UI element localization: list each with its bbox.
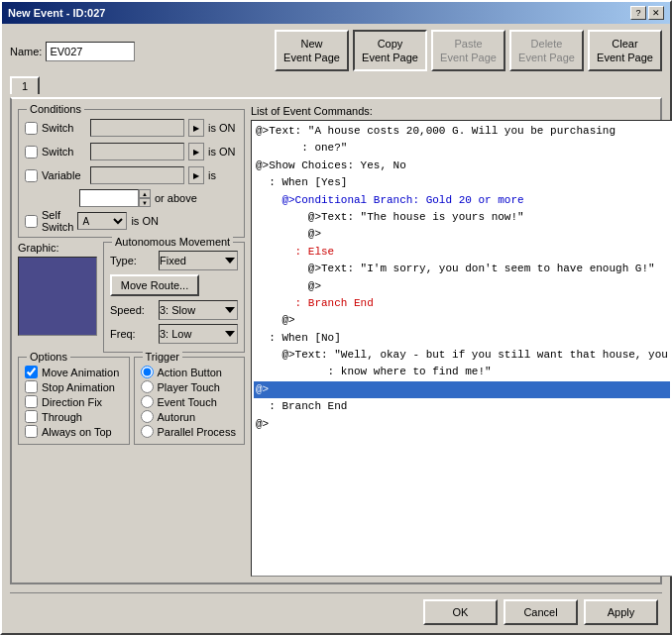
autorun-radio[interactable] <box>141 410 154 423</box>
right-panel: List of Event Commands: @>Text: "A house… <box>251 105 672 577</box>
spin-up[interactable]: ▲ <box>139 189 151 198</box>
trigger-player-touch: Player Touch <box>141 380 239 393</box>
paste-event-page-button[interactable]: PasteEvent Page <box>431 30 505 71</box>
bottom-buttons: OK Cancel Apply <box>10 592 662 627</box>
event-commands-label: List of Event Commands: <box>251 105 672 117</box>
main-content: Conditions Switch ▶ is ON Switch <box>18 105 654 577</box>
stop-animation-checkbox[interactable] <box>25 380 38 393</box>
speed-select[interactable]: 1: x8 Slower2: x4 Slower3: Slow4: Fast <box>159 300 238 320</box>
self-switch-select[interactable]: ABCD <box>77 212 127 230</box>
event-line: @>Text: "A house costs 20,000 G. Will yo… <box>254 123 670 140</box>
event-list[interactable]: @>Text: "A house costs 20,000 G. Will yo… <box>251 120 672 577</box>
event-line: : one?" <box>254 140 670 157</box>
event-line: @>Text: "I'm sorry, you don't seem to ha… <box>254 261 670 277</box>
name-toolbar-row: Name: EV027 NewEvent Page CopyEvent Page… <box>10 30 662 71</box>
left-panel: Conditions Switch ▶ is ON Switch <box>18 105 245 577</box>
title-controls: ? ✕ <box>630 6 664 20</box>
option-through: Through <box>25 410 123 423</box>
graphic-label: Graphic: <box>18 242 97 254</box>
switch2-input[interactable] <box>90 143 184 160</box>
switch1-checkbox[interactable] <box>25 122 38 135</box>
event-line: : Else <box>254 244 670 261</box>
player-touch-label: Player Touch <box>158 381 220 393</box>
movement-type-label: Type: <box>110 255 155 266</box>
movement-legend: Autonomous Movement <box>112 236 233 248</box>
variable-arrow[interactable]: ▶ <box>188 166 204 184</box>
spin-down[interactable]: ▼ <box>139 198 151 207</box>
help-button[interactable]: ? <box>630 6 646 20</box>
event-line: @> <box>254 416 670 433</box>
switch1-input[interactable] <box>90 119 184 137</box>
variable-input[interactable] <box>90 166 184 184</box>
variable-status: is <box>208 169 216 181</box>
self-switch-label: SelfSwitch <box>42 209 73 233</box>
freq-select[interactable]: 1: Lowest2: Lower3: Low4: High <box>159 324 238 344</box>
variable-row: Variable ▶ is <box>25 165 238 185</box>
new-event-page-button[interactable]: NewEvent Page <box>275 30 349 71</box>
action-button-radio[interactable] <box>141 366 154 378</box>
switch2-status: is ON <box>208 146 236 158</box>
copy-event-page-button[interactable]: CopyEvent Page <box>353 30 427 71</box>
self-switch-row: SelfSwitch ABCD is ON <box>25 209 238 233</box>
event-line-selected[interactable]: @> <box>254 381 670 398</box>
or-above-label: or above <box>155 192 197 204</box>
variable-checkbox[interactable] <box>25 169 38 182</box>
title-bar: New Event - ID:027 ? ✕ <box>2 2 670 24</box>
spin-arrows: ▲ ▼ <box>139 189 151 207</box>
delete-event-page-button[interactable]: DeleteEvent Page <box>509 30 584 71</box>
always-on-top-label: Always on Top <box>42 426 112 438</box>
tab-row: 1 <box>10 75 662 93</box>
self-switch-checkbox[interactable] <box>25 215 38 228</box>
freq-label: Freq: <box>110 328 155 340</box>
parallel-process-radio[interactable] <box>141 425 154 438</box>
event-line: @>Text: "Well, okay - but if you still w… <box>254 347 670 364</box>
event-line: @>Text: "The house is yours now!" <box>254 209 670 226</box>
event-line: @> <box>254 226 670 243</box>
event-line: : know where to find me!" <box>254 364 670 380</box>
options-trigger-row: Options Move Animation Stop Animation <box>18 357 245 445</box>
option-always-on-top: Always on Top <box>25 425 123 438</box>
toolbar: NewEvent Page CopyEvent Page PasteEvent … <box>275 30 662 71</box>
event-line: : When [Yes] <box>254 174 670 191</box>
freq-row: Freq: 1: Lowest2: Lower3: Low4: High <box>110 324 238 344</box>
speed-row: Speed: 1: x8 Slower2: x4 Slower3: Slow4:… <box>110 300 238 320</box>
switch2-row: Switch ▶ is ON <box>25 142 238 161</box>
move-animation-checkbox[interactable] <box>25 366 38 378</box>
graphic-movement-row: Graphic: Autonomous Movement Type: Fixed… <box>18 242 245 353</box>
clear-event-page-button[interactable]: ClearEvent Page <box>588 30 662 71</box>
variable-spin-input[interactable] <box>79 189 139 207</box>
tab-content: Conditions Switch ▶ is ON Switch <box>10 97 662 584</box>
close-button[interactable]: ✕ <box>648 6 664 20</box>
event-touch-radio[interactable] <box>141 395 154 408</box>
conditions-section: Conditions Switch ▶ is ON Switch <box>18 109 245 238</box>
apply-button[interactable]: Apply <box>584 599 658 625</box>
option-direction-fix: Direction Fix <box>25 395 123 408</box>
event-line: @>Show Choices: Yes, No <box>254 158 670 174</box>
direction-fix-checkbox[interactable] <box>25 395 38 408</box>
switch2-checkbox[interactable] <box>25 146 38 159</box>
ok-button[interactable]: OK <box>423 599 498 625</box>
trigger-autorun: Autorun <box>141 410 239 423</box>
tab-1[interactable]: 1 <box>10 76 40 94</box>
event-line: @> <box>254 312 670 329</box>
event-line: @> <box>254 278 670 295</box>
spin-container: ▲ ▼ <box>79 189 151 207</box>
move-animation-label: Move Animation <box>42 367 119 378</box>
through-checkbox[interactable] <box>25 410 38 423</box>
option-stop-animation: Stop Animation <box>25 380 123 393</box>
graphic-preview[interactable] <box>18 257 97 336</box>
movement-type-select[interactable]: FixedRandomApproachCustom <box>159 251 238 270</box>
graphic-section: Graphic: <box>18 242 97 353</box>
switch2-arrow[interactable]: ▶ <box>188 143 204 160</box>
move-route-button[interactable]: Move Route... <box>110 274 199 296</box>
action-button-label: Action Button <box>158 367 222 378</box>
trigger-event-touch: Event Touch <box>141 395 239 408</box>
switch1-arrow[interactable]: ▶ <box>188 119 204 137</box>
player-touch-radio[interactable] <box>141 380 154 393</box>
always-on-top-checkbox[interactable] <box>25 425 38 438</box>
trigger-legend: Trigger <box>143 351 182 363</box>
trigger-action-button: Action Button <box>141 366 239 378</box>
name-input[interactable]: EV027 <box>46 42 135 61</box>
name-label: Name: <box>10 46 42 57</box>
cancel-button[interactable]: Cancel <box>504 599 578 625</box>
